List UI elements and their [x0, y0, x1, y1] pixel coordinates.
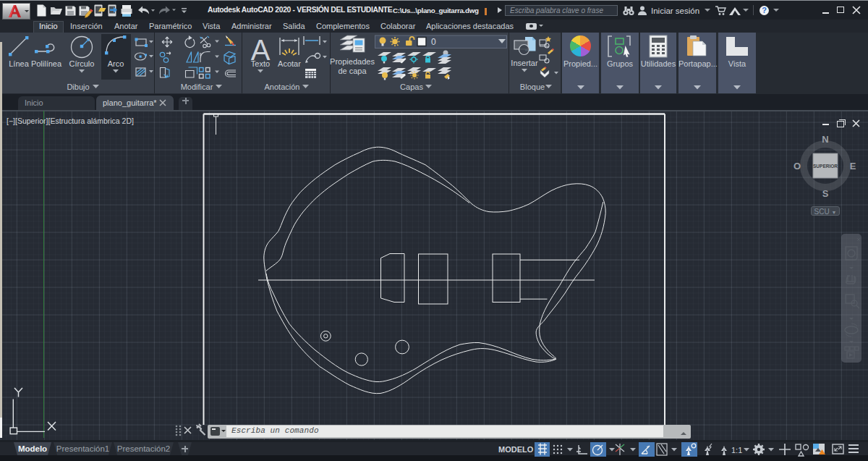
svg-text:Línea: Línea [9, 59, 29, 68]
svg-text:N: N [822, 134, 828, 145]
svg-text:de capa: de capa [338, 67, 367, 75]
svg-text:E: E [850, 161, 856, 172]
svg-text:Dibujo: Dibujo [67, 83, 89, 91]
svg-text:O: O [793, 161, 801, 172]
svg-text:0: 0 [431, 37, 436, 47]
svg-text:Insertar: Insertar [511, 59, 538, 67]
svg-text:Capas: Capas [400, 83, 423, 91]
svg-text:Arco: Arco [108, 59, 124, 68]
svg-text:Texto: Texto [251, 59, 270, 68]
svg-text:Polilínea: Polilínea [31, 59, 62, 68]
svg-text:Bloque: Bloque [520, 83, 545, 91]
svg-text:Anotación: Anotación [265, 83, 300, 91]
svg-text:S: S [822, 188, 829, 199]
svg-text:SUPERIOR: SUPERIOR [813, 164, 838, 169]
svg-text:Acotar: Acotar [278, 59, 301, 68]
svg-text:1:1: 1:1 [731, 446, 742, 454]
svg-text:Modificar: Modificar [181, 83, 213, 91]
svg-text:Círculo: Círculo [69, 59, 95, 68]
svg-text:Propiedades: Propiedades [330, 57, 375, 66]
